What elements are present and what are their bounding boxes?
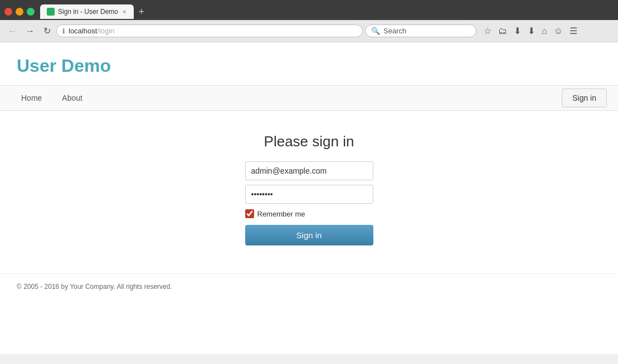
search-bar[interactable]: 🔍 Search [365, 24, 476, 37]
nav-links: Home About [11, 86, 562, 110]
page-header: User Demo [0, 42, 618, 85]
active-tab[interactable]: Sign in - User Demo × [40, 4, 134, 19]
home-icon[interactable]: ⌂ [539, 24, 550, 38]
navigation-bar: Home About Sign in [0, 85, 618, 111]
title-bar: Sign in - User Demo × + [0, 0, 618, 20]
tab-close-icon[interactable]: × [121, 8, 127, 15]
remember-row: Remember me [245, 209, 373, 218]
signin-container: Please sign in Remember me Sign in [0, 111, 618, 262]
nav-home-link[interactable]: Home [11, 86, 52, 110]
remember-me-checkbox[interactable] [245, 209, 254, 218]
history-icon[interactable]: 🗂 [495, 24, 510, 38]
download-icon[interactable]: ⬇ [525, 23, 538, 38]
new-tab-button[interactable]: + [134, 6, 149, 18]
minimize-window-button[interactable] [16, 8, 23, 16]
signin-form: Remember me Sign in [245, 161, 373, 245]
back-button[interactable]: ← [4, 24, 20, 38]
email-input[interactable] [245, 161, 373, 180]
search-icon: 🔍 [371, 27, 380, 35]
nav-signin-button[interactable]: Sign in [562, 88, 607, 107]
menu-icon[interactable]: ☰ [567, 23, 580, 38]
tab-favicon-icon [47, 8, 55, 16]
search-text: Search [383, 27, 406, 35]
info-icon: ℹ [62, 27, 65, 35]
password-input[interactable] [245, 185, 373, 204]
tab-title: Sign in - User Demo [58, 8, 118, 16]
nav-about-link[interactable]: About [52, 86, 93, 110]
signin-submit-button[interactable]: Sign in [245, 225, 373, 245]
address-host: localhost [69, 27, 97, 35]
tab-bar: Sign in - User Demo × + [40, 4, 149, 19]
address-text: localhost/login [69, 27, 357, 35]
bookmark-star-icon[interactable]: ☆ [481, 23, 494, 38]
toolbar-icons: ☆ 🗂 ⬇ ⬇ ⌂ ☺ ☰ [481, 23, 580, 38]
address-bar[interactable]: ℹ localhost/login [56, 24, 363, 37]
footer-text: © 2005 - 2016 by Your Company. All right… [17, 283, 172, 291]
address-path: /login [97, 27, 114, 35]
signin-title: Please sign in [264, 133, 354, 150]
site-title: User Demo [17, 56, 601, 76]
window-controls [4, 8, 35, 16]
forward-button[interactable]: → [22, 24, 38, 38]
browser-window: Sign in - User Demo × + ← → ↻ ℹ localhos… [0, 0, 618, 354]
pocket-icon[interactable]: ⬇ [511, 23, 524, 38]
remember-me-label[interactable]: Remember me [257, 210, 305, 218]
account-icon[interactable]: ☺ [551, 24, 566, 38]
page-content: User Demo Home About Sign in Please sign… [0, 42, 618, 354]
maximize-window-button[interactable] [27, 8, 35, 16]
close-window-button[interactable] [4, 8, 12, 16]
page-footer: © 2005 - 2016 by Your Company. All right… [0, 273, 618, 299]
reload-button[interactable]: ↻ [40, 23, 54, 38]
browser-toolbar: ← → ↻ ℹ localhost/login 🔍 Search ☆ 🗂 ⬇ ⬇… [0, 20, 618, 42]
